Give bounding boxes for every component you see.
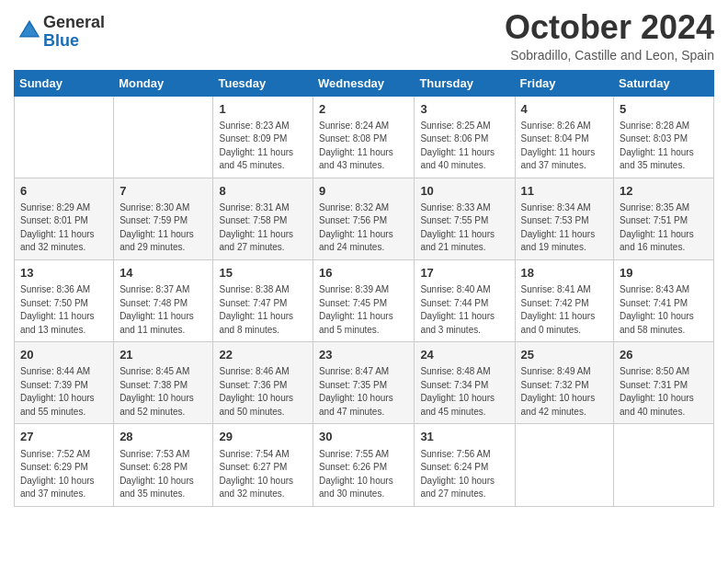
calendar-cell [15,96,114,178]
day-number: 2 [319,101,409,118]
calendar-week-row: 1Sunrise: 8:23 AM Sunset: 8:09 PM Daylig… [15,96,714,178]
day-info: Sunrise: 8:44 AM Sunset: 7:39 PM Dayligh… [20,365,108,419]
day-number: 8 [219,183,308,200]
day-number: 18 [521,265,609,282]
calendar-week-row: 6Sunrise: 8:29 AM Sunset: 8:01 PM Daylig… [15,178,714,259]
day-number: 5 [620,101,709,118]
calendar-cell: 23Sunrise: 8:47 AM Sunset: 7:35 PM Dayli… [313,342,415,424]
day-info: Sunrise: 8:37 AM Sunset: 7:48 PM Dayligh… [119,283,208,337]
day-number: 26 [620,347,709,363]
day-info: Sunrise: 7:54 AM Sunset: 6:27 PM Dayligh… [219,448,308,501]
calendar-cell: 27Sunrise: 7:52 AM Sunset: 6:29 PM Dayli… [15,424,114,506]
calendar-day-header: Thursday [415,70,515,96]
calendar-week-row: 13Sunrise: 8:36 AM Sunset: 7:50 PM Dayli… [15,259,714,341]
day-number: 23 [319,347,409,363]
day-number: 10 [420,183,509,200]
calendar-cell: 19Sunrise: 8:43 AM Sunset: 7:41 PM Dayli… [614,259,714,341]
calendar-cell: 14Sunrise: 8:37 AM Sunset: 7:48 PM Dayli… [114,259,213,341]
day-number: 4 [521,101,609,118]
day-number: 14 [119,265,208,282]
calendar-cell: 11Sunrise: 8:34 AM Sunset: 7:53 PM Dayli… [515,178,614,259]
day-number: 9 [319,183,409,200]
calendar-week-row: 27Sunrise: 7:52 AM Sunset: 6:29 PM Dayli… [15,424,714,506]
day-number: 6 [20,183,108,200]
day-number: 28 [119,429,208,445]
calendar-cell: 3Sunrise: 8:25 AM Sunset: 8:06 PM Daylig… [415,96,515,178]
day-info: Sunrise: 8:33 AM Sunset: 7:55 PM Dayligh… [420,201,509,255]
day-info: Sunrise: 8:38 AM Sunset: 7:47 PM Dayligh… [219,283,308,337]
calendar-cell: 9Sunrise: 8:32 AM Sunset: 7:56 PM Daylig… [313,178,415,259]
day-info: Sunrise: 8:49 AM Sunset: 7:32 PM Dayligh… [521,365,609,419]
calendar-cell: 15Sunrise: 8:38 AM Sunset: 7:47 PM Dayli… [213,259,313,341]
day-info: Sunrise: 8:34 AM Sunset: 7:53 PM Dayligh… [521,201,609,255]
calendar-cell: 24Sunrise: 8:48 AM Sunset: 7:34 PM Dayli… [415,342,515,424]
calendar-cell [114,96,213,178]
day-info: Sunrise: 8:50 AM Sunset: 7:31 PM Dayligh… [620,365,709,419]
day-info: Sunrise: 8:26 AM Sunset: 8:04 PM Dayligh… [521,120,609,173]
calendar-cell: 10Sunrise: 8:33 AM Sunset: 7:55 PM Dayli… [415,178,515,259]
day-number: 13 [20,265,108,282]
page-container: General Blue October 2024 Sobradillo, Ca… [0,0,728,521]
day-info: Sunrise: 8:41 AM Sunset: 7:42 PM Dayligh… [521,283,609,337]
calendar-day-header: Wednesday [313,70,415,96]
calendar-header-row: SundayMondayTuesdayWednesdayThursdayFrid… [15,70,714,96]
calendar-day-header: Monday [114,70,213,96]
day-info: Sunrise: 8:35 AM Sunset: 7:51 PM Dayligh… [620,201,709,255]
calendar-day-header: Sunday [15,70,114,96]
calendar-cell: 25Sunrise: 8:49 AM Sunset: 7:32 PM Dayli… [515,342,614,424]
day-number: 12 [620,183,709,200]
calendar-cell: 29Sunrise: 7:54 AM Sunset: 6:27 PM Dayli… [213,424,313,506]
calendar-cell: 5Sunrise: 8:28 AM Sunset: 8:03 PM Daylig… [614,96,714,178]
calendar-cell: 16Sunrise: 8:39 AM Sunset: 7:45 PM Dayli… [313,259,415,341]
day-info: Sunrise: 8:31 AM Sunset: 7:58 PM Dayligh… [219,201,308,255]
calendar-cell: 20Sunrise: 8:44 AM Sunset: 7:39 PM Dayli… [15,342,114,424]
calendar-week-row: 20Sunrise: 8:44 AM Sunset: 7:39 PM Dayli… [15,342,714,424]
day-info: Sunrise: 8:45 AM Sunset: 7:38 PM Dayligh… [119,365,208,419]
day-info: Sunrise: 7:52 AM Sunset: 6:29 PM Dayligh… [20,448,108,501]
day-number: 25 [521,347,609,363]
day-number: 31 [420,429,509,445]
day-number: 16 [319,265,409,282]
header: General Blue October 2024 Sobradillo, Ca… [14,9,714,63]
calendar-cell: 18Sunrise: 8:41 AM Sunset: 7:42 PM Dayli… [515,259,614,341]
day-number: 22 [219,347,308,363]
day-info: Sunrise: 7:53 AM Sunset: 6:28 PM Dayligh… [119,448,208,501]
calendar-cell: 2Sunrise: 8:24 AM Sunset: 8:08 PM Daylig… [313,96,415,178]
day-number: 29 [219,429,308,445]
day-info: Sunrise: 8:36 AM Sunset: 7:50 PM Dayligh… [20,283,108,337]
calendar-cell [515,424,614,506]
day-info: Sunrise: 8:23 AM Sunset: 8:09 PM Dayligh… [219,120,308,173]
calendar-cell: 8Sunrise: 8:31 AM Sunset: 7:58 PM Daylig… [213,178,313,259]
day-info: Sunrise: 8:28 AM Sunset: 8:03 PM Dayligh… [620,120,709,173]
day-number: 20 [20,347,108,363]
calendar-cell [614,424,714,506]
calendar-cell: 4Sunrise: 8:26 AM Sunset: 8:04 PM Daylig… [515,96,614,178]
day-number: 30 [319,429,409,445]
calendar-cell: 21Sunrise: 8:45 AM Sunset: 7:38 PM Dayli… [114,342,213,424]
calendar-day-header: Tuesday [213,70,313,96]
calendar-cell: 6Sunrise: 8:29 AM Sunset: 8:01 PM Daylig… [15,178,114,259]
calendar-cell: 13Sunrise: 8:36 AM Sunset: 7:50 PM Dayli… [15,259,114,341]
day-info: Sunrise: 7:56 AM Sunset: 6:24 PM Dayligh… [420,448,509,501]
day-info: Sunrise: 8:46 AM Sunset: 7:36 PM Dayligh… [219,365,308,419]
day-number: 17 [420,265,509,282]
calendar-day-header: Saturday [614,70,714,96]
day-number: 21 [119,347,208,363]
location-text: Sobradillo, Castille and Leon, Spain [505,48,714,63]
calendar-cell: 31Sunrise: 7:56 AM Sunset: 6:24 PM Dayli… [415,424,515,506]
day-info: Sunrise: 8:48 AM Sunset: 7:34 PM Dayligh… [420,365,509,419]
day-info: Sunrise: 8:32 AM Sunset: 7:56 PM Dayligh… [319,201,409,255]
day-number: 11 [521,183,609,200]
calendar-cell: 28Sunrise: 7:53 AM Sunset: 6:28 PM Dayli… [114,424,213,506]
day-number: 15 [219,265,308,282]
calendar-cell: 22Sunrise: 8:46 AM Sunset: 7:36 PM Dayli… [213,342,313,424]
calendar-cell: 26Sunrise: 8:50 AM Sunset: 7:31 PM Dayli… [614,342,714,424]
day-number: 7 [119,183,208,200]
day-number: 19 [620,265,709,282]
logo-blue-text: Blue [43,31,79,50]
day-info: Sunrise: 8:29 AM Sunset: 8:01 PM Dayligh… [20,201,108,255]
day-info: Sunrise: 8:30 AM Sunset: 7:59 PM Dayligh… [119,201,208,255]
day-number: 1 [219,101,308,118]
day-info: Sunrise: 8:25 AM Sunset: 8:06 PM Dayligh… [420,120,509,173]
logo-general-text: General [43,13,105,31]
